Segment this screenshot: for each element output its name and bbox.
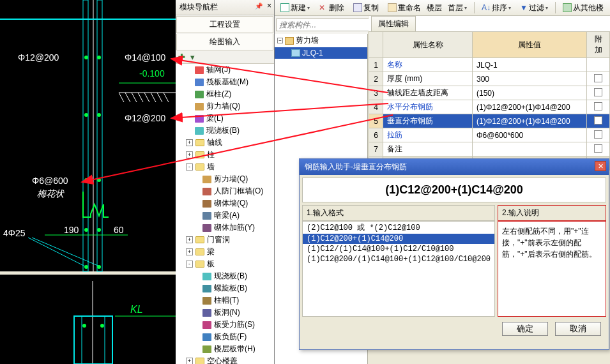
prop-extra[interactable] <box>587 100 610 114</box>
expand-icon[interactable]: + <box>186 151 193 158</box>
tree-item[interactable]: -墙 <box>176 161 274 173</box>
tree-item[interactable]: +柱 <box>176 149 274 161</box>
property-row[interactable]: 6 拉筋 Φ6@600*600 <box>369 128 610 142</box>
svg-point-27 <box>97 228 101 232</box>
tree-item-label: 现浇板(B) <box>206 125 240 136</box>
tree-item[interactable]: 框柱(Z) <box>176 88 274 100</box>
property-row[interactable]: 4 水平分布钢筋 (1)Φ12@200+(1)Φ14@200 <box>369 100 610 114</box>
dialog-titlebar[interactable]: 钢筋输入助手-墙垂直分布钢筋 ✕ <box>300 159 609 175</box>
tree-item-label: 板 <box>207 259 215 269</box>
ok-button[interactable]: 确定 <box>502 322 548 336</box>
nav-tree[interactable]: 轴网(J)筏板基础(M)框柱(Z)剪力墙(Q)梁(L)现浇板(B)+轴线+柱-墙… <box>176 64 274 364</box>
expand-icon[interactable]: − <box>277 38 283 43</box>
collapse-icon[interactable]: ▾ <box>190 52 195 62</box>
copy-button[interactable]: 复制 <box>350 1 382 15</box>
tree-item[interactable]: 板负筋(F) <box>176 331 274 343</box>
tree-item[interactable]: 剪力墙(Q) <box>176 100 274 112</box>
tree-item[interactable]: 轴网(J) <box>176 64 274 76</box>
nav-tab-settings[interactable]: 工程设置 <box>176 16 273 33</box>
prop-value[interactable]: (1)Φ12@200+(1)Φ14@200 <box>473 100 587 114</box>
delete-button[interactable]: ✕删除 <box>316 1 347 15</box>
checkbox-icon[interactable] <box>594 74 602 82</box>
nbar-icon <box>202 333 212 342</box>
tree-item-label: 砌体加筋(Y) <box>214 222 255 233</box>
tree-item[interactable]: -板 <box>176 258 274 270</box>
from-other-button[interactable]: 从其他楼 <box>560 1 607 15</box>
property-row[interactable]: 7 备注 <box>369 142 610 156</box>
prop-extra[interactable] <box>587 128 610 142</box>
format-option[interactable]: (1)C12@200+(1)C14@200 <box>303 234 494 244</box>
rename-button[interactable]: 重命名 <box>385 1 424 15</box>
tree-item-label: 柱 <box>207 149 215 160</box>
property-row[interactable]: 1 名称 JLQ-1 <box>369 58 610 72</box>
tree-item[interactable]: 板受力筋(S) <box>176 319 274 331</box>
format-option[interactable]: (2)C12@100 或 *(2)C12@100 <box>303 222 494 234</box>
expand-icon[interactable]: + <box>186 236 193 243</box>
tree-item[interactable]: 筏板基础(M) <box>176 76 274 88</box>
expand-icon[interactable]: + <box>186 358 193 364</box>
tree-item[interactable]: 梁(L) <box>176 112 274 125</box>
search-input[interactable] <box>276 19 379 31</box>
prop-value[interactable]: Φ6@600*600 <box>473 128 587 142</box>
format-option[interactable]: (1)C12/(1)C14@100+(1)C12/C10@100 <box>303 244 494 254</box>
prop-extra[interactable] <box>587 114 610 128</box>
property-row[interactable]: 5 垂直分布钢筋 (1)Φ12@200+(1)Φ14@200 <box>369 114 610 128</box>
folder-icon <box>195 357 205 365</box>
pin-icon[interactable]: 📌 <box>255 3 263 10</box>
floor-selector[interactable]: 首层▾ <box>445 1 470 15</box>
tree-item-label: 楼层板带(H) <box>214 344 255 354</box>
prop-value[interactable]: JLQ-1 <box>473 58 587 72</box>
property-row[interactable]: 2 厚度 (mm) 300 <box>369 72 610 86</box>
checkbox-icon[interactable] <box>594 116 602 125</box>
prop-extra[interactable] <box>587 142 610 156</box>
expand-icon[interactable]: - <box>186 163 193 171</box>
tree-item[interactable]: +门窗洞 <box>176 234 274 246</box>
component-item-jlq1[interactable]: JLQ-1 <box>275 47 367 59</box>
expand-icon[interactable]: + <box>186 139 193 146</box>
component-root[interactable]: − 剪力墙 <box>275 34 367 47</box>
prop-value[interactable]: (150) <box>473 86 587 100</box>
nav-tab-drawing[interactable]: 绘图输入 <box>176 34 273 50</box>
folder-icon <box>195 260 205 269</box>
expand-icon[interactable]: - <box>186 261 193 268</box>
cancel-button[interactable]: 取消 <box>555 322 601 336</box>
tree-item[interactable]: 剪力墙(Q) <box>176 173 274 185</box>
tree-item[interactable]: 人防门框墙(O) <box>176 185 274 197</box>
tree-item[interactable]: +空心楼盖 <box>176 355 274 364</box>
checkbox-icon[interactable] <box>594 130 602 139</box>
checkbox-icon[interactable] <box>594 88 602 96</box>
slab-icon <box>194 126 204 135</box>
new-button[interactable]: 新建▾ <box>277 1 313 15</box>
prop-value[interactable]: 300 <box>473 72 587 86</box>
close-icon[interactable]: × <box>267 1 271 10</box>
tree-item[interactable]: 暗梁(A) <box>176 209 274 222</box>
prop-extra[interactable] <box>587 86 610 100</box>
tree-item[interactable]: 柱帽(T) <box>176 294 274 307</box>
prop-value[interactable] <box>473 142 587 156</box>
prop-value[interactable]: (1)Φ12@200+(1)Φ14@200 <box>473 114 587 128</box>
prop-extra[interactable] <box>587 58 610 72</box>
property-row[interactable]: 3 轴线距左墙皮距离 (150) <box>369 86 610 100</box>
tree-item[interactable]: +轴线 <box>176 137 274 149</box>
properties-tab[interactable]: 属性编辑 <box>371 16 416 31</box>
row-num: 2 <box>369 72 383 86</box>
expand-icon[interactable]: + <box>186 248 193 255</box>
tree-item[interactable]: 螺旋板(B) <box>176 282 274 294</box>
dialog-format-list[interactable]: (2)C12@100 或 *(2)C12@100(1)C12@200+(1)C1… <box>302 221 495 317</box>
dialog-close-button[interactable]: ✕ <box>595 161 606 171</box>
filter-button[interactable]: ▼过滤▾ <box>517 1 551 15</box>
format-option[interactable]: (1)C12@200/(1)C14@100+(1)C12@100/C10@200 <box>303 254 494 264</box>
tree-item[interactable]: 砌体加筋(Y) <box>176 222 274 234</box>
add-icon[interactable]: ✚ <box>178 52 185 62</box>
tree-item[interactable]: 现浇板(B) <box>176 270 274 282</box>
checkbox-icon[interactable] <box>594 144 602 153</box>
tree-item[interactable]: 砌体墙(Q) <box>176 197 274 209</box>
tree-item[interactable]: 楼层板带(H) <box>176 343 274 355</box>
tree-item[interactable]: 现浇板(B) <box>176 125 274 137</box>
checkbox-icon[interactable] <box>594 102 602 110</box>
svg-point-22 <box>84 113 88 117</box>
tree-item[interactable]: 板洞(N) <box>176 307 274 319</box>
tree-item[interactable]: +梁 <box>176 246 274 258</box>
prop-extra[interactable] <box>587 72 610 86</box>
sort-button[interactable]: A↓排序▾ <box>478 1 514 15</box>
